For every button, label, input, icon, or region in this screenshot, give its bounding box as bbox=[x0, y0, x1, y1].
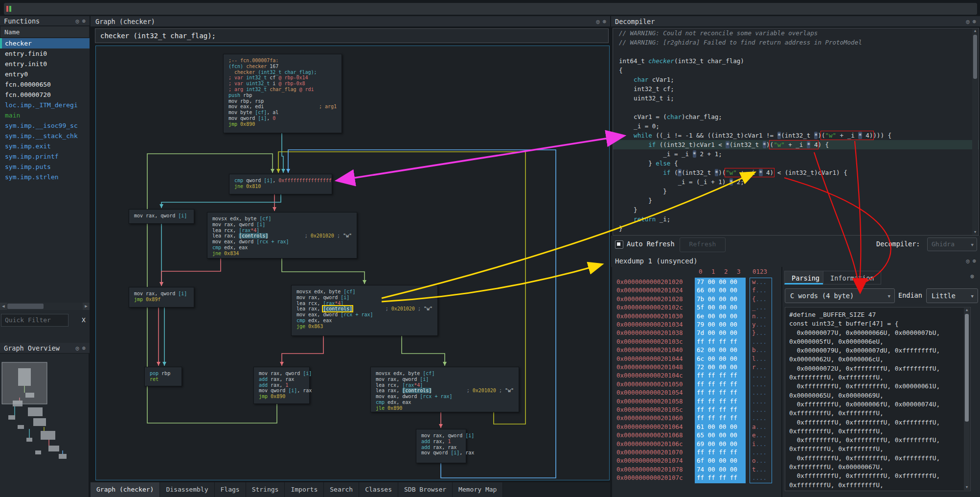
chevron-down-icon: ▼ bbox=[971, 289, 974, 303]
decompiler-code-line[interactable]: } bbox=[613, 224, 979, 233]
main-tab-strings[interactable]: Strings bbox=[246, 482, 285, 497]
decompiler-code-line[interactable]: _i = _i * 2 + 1; bbox=[613, 149, 979, 159]
function-item[interactable]: sym.imp.strlen bbox=[0, 172, 90, 182]
tab-parsing[interactable]: Parsing bbox=[784, 271, 827, 284]
window-tab-bar[interactable] bbox=[4, 3, 977, 15]
function-item[interactable]: entry.fini0 bbox=[0, 48, 90, 59]
hexdump-view[interactable]: 012301230x000000000020102077 00 00 00w..… bbox=[612, 267, 781, 497]
decompiler-code-line[interactable]: uint32_t i; bbox=[613, 94, 979, 103]
decompiler-code-line[interactable]: // WARNING: Could not reconcile some var… bbox=[613, 28, 979, 38]
decompiler-code-line[interactable]: if (*(int32_t *)("w" + _i * 4) < (int32_… bbox=[613, 168, 979, 177]
function-item[interactable]: loc.imp._ITM_deregi bbox=[0, 100, 90, 110]
panel-undock-icon[interactable]: ◎ bbox=[76, 18, 79, 24]
decompiler-code-line[interactable]: } else { bbox=[613, 159, 979, 168]
graph-basic-block[interactable]: movsx edx, byte [cf]mov rax, qword [i]le… bbox=[291, 285, 438, 336]
parsing-scrollbar[interactable]: ▲ ▼ bbox=[964, 308, 970, 490]
graph-basic-block[interactable]: movsx edx, byte [cf]mov rax, qword [i]le… bbox=[207, 212, 357, 259]
graph-basic-block[interactable]: ;-- fcn.000007fa:(fcn) checker 167 check… bbox=[223, 54, 342, 133]
decompiler-code-line[interactable]: char cVar1; bbox=[613, 75, 979, 84]
function-item[interactable]: sym.imp.__stack_chk bbox=[0, 131, 90, 141]
panel-close-icon[interactable]: ⊗ bbox=[82, 345, 86, 352]
functions-horizontal-scrollbar[interactable]: ◀ ▶ bbox=[0, 303, 90, 310]
decompiler-code-line[interactable]: _i = 0; bbox=[613, 121, 979, 131]
tab-information[interactable]: Information bbox=[823, 271, 881, 284]
hex-ascii: .... bbox=[752, 448, 767, 456]
panel-close-icon[interactable]: ⊗ bbox=[973, 258, 976, 264]
decompiler-code-line[interactable]: return _i; bbox=[613, 214, 979, 224]
auto-refresh-checkbox[interactable] bbox=[615, 240, 623, 249]
function-item[interactable]: sym.imp.__isoc99_sc bbox=[0, 120, 90, 131]
refresh-button[interactable]: Refresh bbox=[680, 237, 726, 252]
close-icon[interactable]: ⊗ bbox=[970, 273, 974, 280]
graph-basic-block[interactable]: movsx edx, byte [cf]mov rax, qword [i]le… bbox=[370, 367, 519, 412]
graph-overview-minimap[interactable] bbox=[0, 354, 90, 497]
function-item[interactable]: entry.init0 bbox=[0, 59, 90, 69]
hex-address: 0x0000000000201074 bbox=[616, 456, 683, 465]
panel-undock-icon[interactable]: ◎ bbox=[966, 18, 970, 25]
main-tab-sdb-browser[interactable]: SDB Browser bbox=[398, 482, 453, 497]
main-tab-classes[interactable]: Classes bbox=[359, 482, 398, 497]
minimap-viewport[interactable] bbox=[2, 362, 47, 404]
hex-address: 0x0000000000201020 bbox=[616, 278, 683, 286]
decompiler-code-line[interactable]: _i = (_i + 1) * 2; bbox=[613, 177, 979, 187]
decompiler-code-view[interactable]: // WARNING: Could not reconcile some var… bbox=[613, 28, 979, 236]
graph-basic-block[interactable]: mov rax, qword [i]add rax, 1add rax, rax… bbox=[416, 429, 466, 463]
decompiler-code-line[interactable]: int32_t cf; bbox=[613, 84, 979, 94]
function-item[interactable]: fcn.00000650 bbox=[0, 79, 90, 90]
decompiler-code-line[interactable]: if ((int32_t)cVar1 < *(int32_t *)("w" + … bbox=[613, 140, 979, 149]
decompiler-code-line[interactable] bbox=[613, 47, 979, 56]
graph-basic-block[interactable]: cmp qword [i], 0xffffffffffffffffjne 0x8… bbox=[229, 174, 332, 194]
decompiler-code-line[interactable]: { bbox=[613, 66, 979, 75]
endian-select-dropdown[interactable]: Little ▼ bbox=[926, 288, 978, 303]
hexdump-panel-title: Hexdump 1 (unsynced) ◎⊗ bbox=[611, 255, 980, 267]
decompiler-code-line[interactable]: int64_t checker(int32_t char_flag) bbox=[613, 56, 979, 66]
hex-ascii: _... bbox=[752, 303, 767, 311]
hex-bytes: 66 00 00 00 bbox=[697, 286, 737, 294]
scrollbar-thumb[interactable] bbox=[7, 304, 44, 309]
graph-basic-block[interactable]: pop rbpret bbox=[144, 367, 182, 386]
quick-filter-input[interactable]: Quick Filter bbox=[1, 314, 68, 327]
panel-close-icon[interactable]: ⊗ bbox=[82, 18, 86, 24]
scroll-left-icon[interactable]: ◀ bbox=[0, 303, 7, 310]
main-tab-graph-checker-[interactable]: Graph (checker) bbox=[91, 482, 160, 497]
function-item[interactable]: sym.imp.exit bbox=[0, 141, 90, 151]
function-item[interactable]: entry0 bbox=[0, 69, 90, 79]
panel-undock-icon[interactable]: ◎ bbox=[966, 258, 970, 264]
hex-address: 0x0000000000201064 bbox=[616, 423, 683, 431]
format-select-dropdown[interactable]: C words (4 byte) ▼ bbox=[785, 288, 895, 303]
decompiler-code-line[interactable]: // WARNING: [r2ghidra] Failed to find re… bbox=[613, 38, 979, 47]
decompiler-select-dropdown[interactable]: Ghidra ▼ bbox=[927, 237, 977, 251]
decompiler-code-line[interactable]: } bbox=[613, 187, 979, 196]
hex-ascii-header: 0123 bbox=[752, 268, 767, 275]
decompiler-code-line[interactable]: cVar1 = (char)char_flag; bbox=[613, 112, 979, 121]
function-item[interactable]: fcn.00000720 bbox=[0, 90, 90, 100]
panel-close-icon[interactable]: ⊗ bbox=[973, 18, 976, 25]
main-tab-search[interactable]: Search bbox=[324, 482, 359, 497]
scroll-right-icon[interactable]: ▶ bbox=[83, 303, 90, 310]
panel-undock-icon[interactable]: ◎ bbox=[596, 18, 600, 25]
main-tab-flags[interactable]: Flags bbox=[215, 482, 246, 497]
function-item[interactable]: sym.imp.printf bbox=[0, 151, 90, 162]
graph-basic-block[interactable]: mov rax, qword [i]add rax, raxadd rax, 1… bbox=[253, 367, 310, 404]
graph-canvas[interactable]: ;-- fcn.000007fa:(fcn) checker 167 check… bbox=[95, 46, 610, 480]
quick-filter-clear-button[interactable]: X bbox=[78, 314, 89, 327]
panel-close-icon[interactable]: ⊗ bbox=[603, 18, 606, 25]
decompiler-code-line[interactable]: while ((_i != -1 && ((int32_t)cVar1 != *… bbox=[613, 131, 979, 140]
hex-bytes: 7b 00 00 00 bbox=[697, 295, 737, 303]
function-item[interactable]: main bbox=[0, 110, 90, 120]
buffer-c-code: #define _BUFFER_SIZE 47 const uint32_t b… bbox=[789, 310, 970, 491]
main-tab-memory-map[interactable]: Memory Map bbox=[453, 482, 503, 497]
graph-basic-block[interactable]: mov rax, qword [i] bbox=[129, 209, 194, 224]
decompiler-scrollbar[interactable]: ▲ ▼ bbox=[972, 29, 978, 235]
function-item[interactable]: checker bbox=[0, 38, 90, 48]
main-tab-imports[interactable]: Imports bbox=[285, 482, 324, 497]
decompiler-code-line[interactable]: } bbox=[613, 196, 979, 205]
decompiler-code-line[interactable] bbox=[613, 103, 979, 112]
parsed-buffer-textarea[interactable]: #define _BUFFER_SIZE 47 const uint32_t b… bbox=[785, 307, 971, 491]
function-item[interactable]: sym.imp.puts bbox=[0, 162, 90, 172]
panel-undock-icon[interactable]: ◎ bbox=[76, 345, 79, 352]
main-tab-disassembly[interactable]: Disassembly bbox=[160, 482, 214, 497]
functions-column-header[interactable]: Name bbox=[0, 26, 90, 38]
graph-basic-block[interactable]: mov rax, qword [i]jmp 0x89f bbox=[129, 287, 194, 308]
decompiler-code-line[interactable]: } bbox=[613, 205, 979, 214]
